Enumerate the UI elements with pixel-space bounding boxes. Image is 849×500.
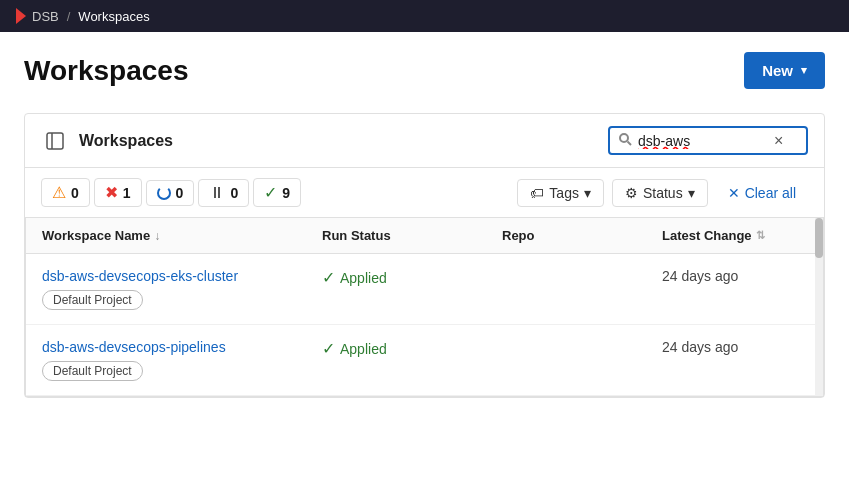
badge-success-count: 9: [282, 185, 290, 201]
col-workspace-name-label: Workspace Name: [42, 228, 150, 243]
sidebar-toggle-icon[interactable]: [41, 130, 69, 152]
filter-actions: 🏷 Tags ▾ ⚙ Status ▾ ✕ Clear all: [517, 179, 808, 207]
breadcrumb-bar: DSB / Workspaces: [0, 0, 849, 32]
page-content: Workspaces New ▾ Workspaces: [0, 32, 849, 418]
page-title: Workspaces: [24, 55, 188, 87]
col-repo-label: Repo: [502, 228, 535, 243]
badge-error-count: 1: [123, 185, 131, 201]
new-button[interactable]: New ▾: [744, 52, 825, 89]
col-latest-change[interactable]: Latest Change ⇅: [662, 228, 807, 243]
workspace-name-cell: dsb-aws-devsecops-pipelines Default Proj…: [42, 339, 322, 381]
status-filter-button[interactable]: ⚙ Status ▾: [612, 179, 708, 207]
status-label: Status: [643, 185, 683, 201]
filter-left: Workspaces: [41, 130, 173, 152]
success-icon: ✓: [264, 183, 277, 202]
scroll-thumb[interactable]: [815, 218, 823, 258]
project-tag[interactable]: Default Project: [42, 290, 143, 310]
chevron-down-icon: ▾: [801, 64, 807, 77]
clear-all-button[interactable]: ✕ Clear all: [716, 180, 808, 206]
paused-icon: ⏸: [209, 184, 225, 202]
filter-title: Workspaces: [79, 132, 173, 150]
sort-asc-icon: ↓: [154, 229, 160, 243]
warning-icon: ⚠: [52, 183, 66, 202]
workspace-name-link[interactable]: dsb-aws-devsecops-eks-cluster: [42, 268, 322, 284]
project-tag[interactable]: Default Project: [42, 361, 143, 381]
running-icon: [157, 186, 171, 200]
page-header: Workspaces New ▾: [24, 52, 825, 89]
table-header: Workspace Name ↓ Run Status Repo Latest …: [26, 218, 823, 254]
svg-rect-0: [47, 133, 63, 149]
run-status-cell: ✓ Applied: [322, 339, 502, 358]
status-badges: ⚠ 0 ✖ 1 0 ⏸ 0 ✓ 9: [41, 178, 517, 207]
search-box[interactable]: ×: [608, 126, 808, 155]
tags-label: Tags: [549, 185, 579, 201]
filter-panel: Workspaces × ⚠ 0: [24, 113, 825, 398]
badge-error[interactable]: ✖ 1: [94, 178, 142, 207]
scrollbar[interactable]: [815, 218, 823, 396]
workspace-name-link[interactable]: dsb-aws-devsecops-pipelines: [42, 339, 322, 355]
svg-point-2: [620, 134, 628, 142]
badge-warning[interactable]: ⚠ 0: [41, 178, 90, 207]
error-icon: ✖: [105, 183, 118, 202]
tags-chevron-icon: ▾: [584, 185, 591, 201]
table-row: dsb-aws-devsecops-pipelines Default Proj…: [26, 325, 823, 396]
run-status-cell: ✓ Applied: [322, 268, 502, 287]
search-clear-button[interactable]: ×: [774, 133, 783, 149]
tags-icon: 🏷: [530, 185, 544, 201]
check-icon: ✓: [322, 339, 335, 358]
col-repo[interactable]: Repo: [502, 228, 662, 243]
col-workspace-name[interactable]: Workspace Name ↓: [42, 228, 322, 243]
col-run-status[interactable]: Run Status: [322, 228, 502, 243]
status-chevron-icon: ▾: [688, 185, 695, 201]
workspace-name-cell: dsb-aws-devsecops-eks-cluster Default Pr…: [42, 268, 322, 310]
breadcrumb-separator: /: [67, 9, 71, 24]
new-button-label: New: [762, 62, 793, 79]
col-run-status-label: Run Status: [322, 228, 391, 243]
search-input[interactable]: [638, 133, 768, 149]
svg-line-3: [628, 142, 632, 146]
filter-top-row: Workspaces ×: [25, 114, 824, 168]
clear-all-x-icon: ✕: [728, 185, 740, 201]
status-row: ⚠ 0 ✖ 1 0 ⏸ 0 ✓ 9: [25, 168, 824, 218]
breadcrumb-parent[interactable]: DSB: [32, 9, 59, 24]
badge-paused-count: 0: [230, 185, 238, 201]
badge-running-count: 0: [176, 185, 184, 201]
status-icon: ⚙: [625, 185, 638, 201]
badge-warning-count: 0: [71, 185, 79, 201]
sort-unsorted-icon: ⇅: [756, 229, 765, 242]
workspaces-table: Workspace Name ↓ Run Status Repo Latest …: [25, 218, 824, 397]
tags-filter-button[interactable]: 🏷 Tags ▾: [517, 179, 604, 207]
col-latest-change-label: Latest Change: [662, 228, 752, 243]
table-row: dsb-aws-devsecops-eks-cluster Default Pr…: [26, 254, 823, 325]
run-status-label: Applied: [340, 341, 387, 357]
latest-change-cell: 24 days ago: [662, 268, 807, 284]
badge-running[interactable]: 0: [146, 180, 195, 206]
clear-all-label: Clear all: [745, 185, 796, 201]
check-icon: ✓: [322, 268, 335, 287]
badge-paused[interactable]: ⏸ 0: [198, 179, 249, 207]
nav-arrow-icon: [16, 8, 26, 24]
run-status-label: Applied: [340, 270, 387, 286]
badge-success[interactable]: ✓ 9: [253, 178, 301, 207]
search-icon: [618, 132, 632, 149]
breadcrumb-current: Workspaces: [78, 9, 149, 24]
latest-change-cell: 24 days ago: [662, 339, 807, 355]
